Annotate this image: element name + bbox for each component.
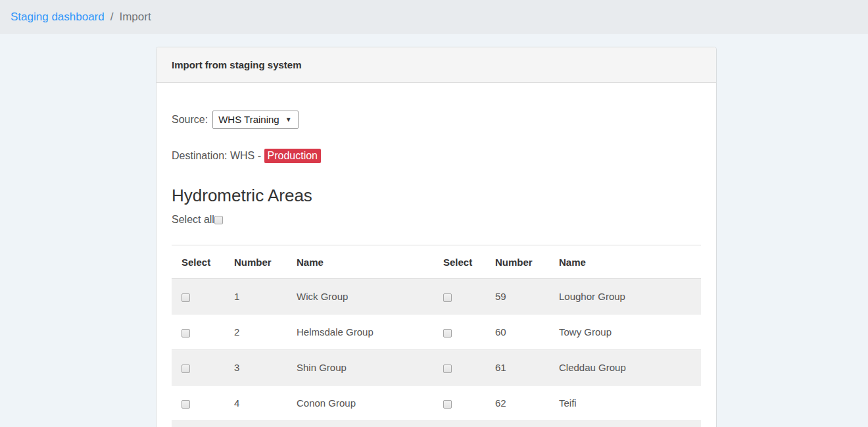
panel-body: Source: WHS Training ▼ Destination: WHS … [157,83,716,427]
breadcrumb-separator: / [110,11,114,24]
area-name: Wick Group [287,279,433,314]
area-number: 59 [485,279,549,314]
col-header-name-right: Name [549,245,701,279]
area-name: Loughor Group [549,279,701,314]
destination-row: Destination: WHS - Production [172,149,701,163]
area-name: Cleddau Group [549,350,701,386]
area-name: Towy Group [549,314,701,350]
row-checkbox[interactable] [181,329,190,338]
select-all-checkbox[interactable] [214,216,223,224]
select-all-row: Select all [172,213,701,226]
area-name: Shin Group [287,350,433,386]
col-header-number-right: Number [485,245,549,279]
row-checkbox[interactable] [181,364,190,373]
destination-prefix: WHS - [230,150,261,161]
col-header-name-left: Name [287,245,433,279]
row-checkbox[interactable] [443,364,452,373]
area-number: 61 [485,350,549,386]
col-header-select-right: Select [433,245,485,279]
source-select[interactable]: WHS Training ▼ [212,111,298,129]
area-number: 1 [224,279,287,314]
panel-title: Import from staging system [157,47,716,83]
table-row: 4 Conon Group 62 Teifi [172,386,701,421]
page-title: Hydrometric Areas [172,184,701,207]
chevron-down-icon: ▼ [285,116,292,123]
col-header-number-left: Number [224,245,287,279]
table-header-row: Select Number Name Select Number Name [172,245,701,279]
area-number: 4 [224,386,287,421]
breadcrumb-current-import: Import [119,11,151,24]
table-row: 3 Shin Group 61 Cleddau Group [172,350,701,386]
destination-environment-badge: Production [264,149,322,163]
breadcrumb-link-staging-dashboard[interactable]: Staging dashboard [11,11,105,24]
area-name: Teifi [549,386,701,421]
hydrometric-areas-table: Select Number Name Select Number Name 1 … [172,245,701,427]
row-checkbox[interactable] [443,400,452,409]
area-number: 60 [485,314,549,350]
area-name: Helmsdale Group [287,314,433,350]
table-row: 1 Wick Group 59 Loughor Group [172,279,701,314]
area-number: 62 [485,386,549,421]
area-number: 3 [224,350,287,386]
table-row-partial [172,421,701,427]
destination-label: Destination: [172,150,228,161]
row-checkbox[interactable] [181,293,190,302]
breadcrumb: Staging dashboard / Import [0,0,868,34]
area-number: 2 [224,314,287,350]
area-name: Conon Group [287,386,433,421]
select-all-label: Select all [172,214,214,226]
col-header-select-left: Select [172,245,224,279]
table-row: 2 Helmsdale Group 60 Towy Group [172,314,701,350]
source-select-value: WHS Training [218,114,279,125]
row-checkbox[interactable] [181,400,190,409]
source-row: Source: WHS Training ▼ [172,111,701,129]
import-panel: Import from staging system Source: WHS T… [156,47,717,427]
source-label: Source: [172,114,208,126]
row-checkbox[interactable] [443,293,452,302]
row-checkbox[interactable] [443,329,452,338]
